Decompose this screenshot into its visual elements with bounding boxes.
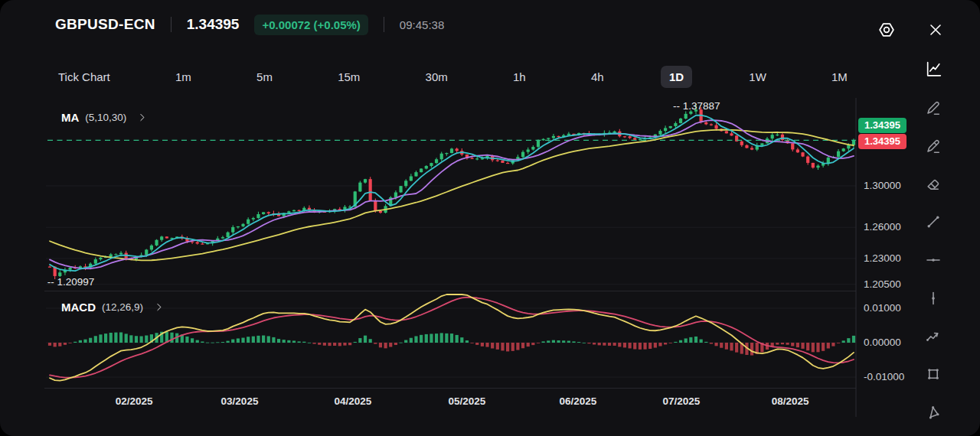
price-axis-label: 1.26000 [864,221,901,233]
ask-price-badge: 1.34395 [858,118,906,133]
price-chart-canvas[interactable] [0,0,980,436]
price-axis-label: 1.23000 [864,252,901,264]
price-axis-label: 1.20500 [864,278,901,290]
x-axis-label: 03/2025 [221,395,259,407]
chevron-right-icon[interactable] [154,302,164,312]
x-axis-label: 02/2025 [116,395,153,407]
price-axis-label: 1.30000 [864,180,901,191]
x-axis-label: 07/2025 [663,395,701,407]
ma-params: (5,10,30) [85,112,126,123]
x-axis-label: 08/2025 [772,395,809,407]
macd-name: MACD [61,301,96,314]
macd-axis-label: 0.01000 [864,302,901,314]
ma-name: MA [61,111,79,124]
x-axis-label: 06/2025 [559,395,596,407]
x-axis-label: 05/2025 [449,395,486,407]
chevron-right-icon[interactable] [137,112,147,122]
macd-indicator-label: MACD (12,26,9) [61,301,164,314]
trading-chart-window: GBPUSD-ECN 1.34395 +0.00072 (+0.05%) 09:… [0,0,980,436]
macd-axis-label: 0.00000 [864,337,901,348]
ma-indicator-label: MA (5,10,30) [61,111,147,124]
bid-price-badge: 1.34395 [858,134,906,149]
x-axis-label: 04/2025 [335,395,372,407]
high-price-annotation: -- 1.37887 [673,100,720,112]
low-price-annotation: -- 1.20997 [47,276,95,288]
macd-axis-label: -0.01000 [864,371,904,382]
macd-params: (12,26,9) [102,301,143,313]
